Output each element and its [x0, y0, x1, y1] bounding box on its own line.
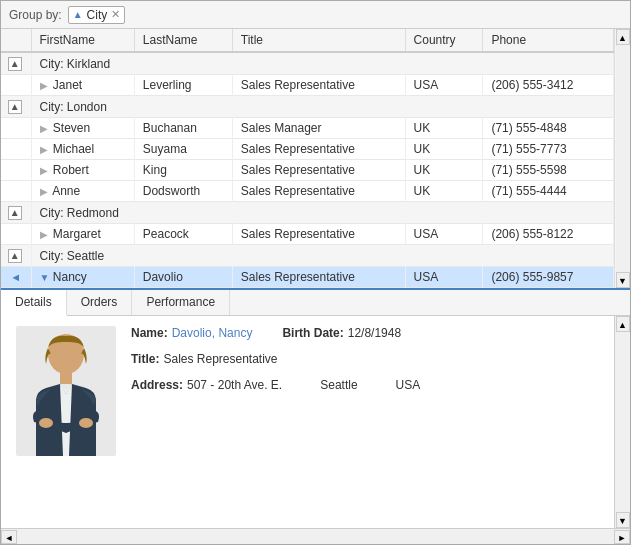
- cell-firstname: ▶ Janet: [31, 75, 134, 96]
- title-field: Title: Sales Representative: [131, 352, 278, 366]
- address-field: Address: 507 - 20th Ave. E.: [131, 378, 282, 392]
- cell-firstname: ▶ Robert: [31, 160, 134, 181]
- cell-firstname: ▶ Margaret: [31, 224, 134, 245]
- cell-lastname: Suyama: [134, 139, 232, 160]
- row-expand-arrow[interactable]: ▶: [40, 186, 50, 197]
- birthdate-field: Birth Date: 12/8/1948: [282, 326, 401, 340]
- cell-title: Sales Representative: [232, 181, 405, 202]
- sort-icon: ▲: [73, 9, 83, 20]
- table-row[interactable]: ▶ Janet Leverling Sales Representative U…: [1, 75, 614, 96]
- title-label: Title:: [131, 352, 159, 366]
- employee-info: Name: Davolio, Nancy Birth Date: 12/8/19…: [131, 326, 604, 456]
- row-expand-arrow[interactable]: ▶: [40, 229, 50, 240]
- cell-country: UK: [405, 181, 483, 202]
- detail-scroll-up[interactable]: ▲: [616, 316, 630, 332]
- detail-tabs: Details Orders Performance: [1, 290, 630, 316]
- table-wrapper: FirstName LastName Title Country Phone ▲…: [1, 29, 630, 288]
- cell-phone: (71) 555-7773: [483, 139, 614, 160]
- cell-title: Sales Representative: [232, 139, 405, 160]
- cell-firstname: ▶ Anne: [31, 181, 134, 202]
- scroll-right-arrow[interactable]: ►: [614, 530, 630, 544]
- table-row[interactable]: ▶ Michael Suyama Sales Representative UK…: [1, 139, 614, 160]
- employee-photo: [11, 326, 121, 456]
- col-title[interactable]: Title: [232, 29, 405, 52]
- name-field: Name: Davolio, Nancy: [131, 326, 252, 340]
- svg-point-4: [79, 418, 93, 428]
- group-collapse-btn[interactable]: ▲: [8, 249, 22, 263]
- address-label: Address:: [131, 378, 183, 392]
- col-lastname[interactable]: LastName: [134, 29, 232, 52]
- country-value: USA: [396, 378, 421, 392]
- table-row[interactable]: ▶ Margaret Peacock Sales Representative …: [1, 224, 614, 245]
- info-row-title: Title: Sales Representative: [131, 352, 604, 366]
- scrollbar-down-arrow[interactable]: ▼: [616, 272, 630, 288]
- group-label: City: Seattle: [31, 245, 614, 267]
- info-row-address: Address: 507 - 20th Ave. E. Seattle USA: [131, 378, 604, 392]
- group-row[interactable]: ▲ City: Redmond: [1, 202, 614, 224]
- birthdate-label: Birth Date:: [282, 326, 343, 340]
- address-value: 507 - 20th Ave. E.: [187, 378, 282, 392]
- tab-performance[interactable]: Performance: [132, 290, 230, 315]
- row-expand-arrow[interactable]: ▶: [40, 123, 50, 134]
- cell-country: UK: [405, 139, 483, 160]
- cell-lastname: Leverling: [134, 75, 232, 96]
- col-phone[interactable]: Phone: [483, 29, 614, 52]
- birthdate-value: 12/8/1948: [348, 326, 401, 340]
- info-row-name: Name: Davolio, Nancy Birth Date: 12/8/19…: [131, 326, 604, 340]
- cell-lastname: King: [134, 160, 232, 181]
- cell-country: USA: [405, 224, 483, 245]
- col-country[interactable]: Country: [405, 29, 483, 52]
- svg-point-3: [39, 418, 53, 428]
- row-expand-arrow[interactable]: ▶: [40, 144, 50, 155]
- title-value: Sales Representative: [163, 352, 277, 366]
- cell-phone: (71) 555-5598: [483, 160, 614, 181]
- cell-phone: (71) 555-4848: [483, 118, 614, 139]
- group-tag-close-button[interactable]: ✕: [111, 9, 120, 20]
- cell-country: USA: [405, 267, 483, 288]
- group-row[interactable]: ▲ City: Kirkland: [1, 52, 614, 75]
- row-selected-indicator: ◄: [10, 271, 21, 283]
- group-collapse-btn[interactable]: ▲: [8, 57, 22, 71]
- cell-lastname: Peacock: [134, 224, 232, 245]
- group-tag-name: City: [87, 8, 108, 22]
- cell-country: UK: [405, 160, 483, 181]
- data-table: FirstName LastName Title Country Phone ▲…: [1, 29, 614, 288]
- cell-firstname: ▼ Nancy: [31, 267, 134, 288]
- cell-phone: (71) 555-4444: [483, 181, 614, 202]
- cell-phone: (206) 555-8122: [483, 224, 614, 245]
- group-row[interactable]: ▲ City: London: [1, 96, 614, 118]
- cell-firstname: ▶ Steven: [31, 118, 134, 139]
- group-collapse-btn[interactable]: ▲: [8, 206, 22, 220]
- cell-lastname: Davolio: [134, 267, 232, 288]
- col-firstname[interactable]: FirstName: [31, 29, 134, 52]
- row-expand-arrow[interactable]: ▼: [40, 272, 50, 283]
- cell-title: Sales Representative: [232, 224, 405, 245]
- svg-rect-2: [60, 372, 72, 384]
- detail-content: Name: Davolio, Nancy Birth Date: 12/8/19…: [1, 316, 614, 466]
- col-expand: [1, 29, 31, 52]
- cell-lastname: Buchanan: [134, 118, 232, 139]
- cell-phone: (206) 555-9857: [483, 267, 614, 288]
- row-expand-arrow[interactable]: ▶: [40, 165, 50, 176]
- table-row[interactable]: ▶ Anne Dodsworth Sales Representative UK…: [1, 181, 614, 202]
- table-row[interactable]: ▶ Steven Buchanan Sales Manager UK (71) …: [1, 118, 614, 139]
- group-tag[interactable]: ▲ City ✕: [68, 6, 126, 24]
- scrollbar-up-arrow[interactable]: ▲: [616, 29, 630, 45]
- group-by-bar: Group by: ▲ City ✕: [1, 1, 630, 29]
- cell-title: Sales Representative: [232, 75, 405, 96]
- group-label: City: Redmond: [31, 202, 614, 224]
- detail-scroll-down[interactable]: ▼: [616, 512, 630, 528]
- scroll-left-arrow[interactable]: ◄: [1, 530, 17, 544]
- group-row[interactable]: ▲ City: Seattle: [1, 245, 614, 267]
- table-row[interactable]: ▶ Robert King Sales Representative UK (7…: [1, 160, 614, 181]
- bottom-scrollbar[interactable]: ◄ ►: [1, 528, 630, 544]
- name-label: Name:: [131, 326, 168, 340]
- tab-orders[interactable]: Orders: [67, 290, 133, 315]
- tab-details[interactable]: Details: [1, 290, 67, 316]
- cell-country: USA: [405, 75, 483, 96]
- table-row[interactable]: ◄ ▼ Nancy Davolio Sales Representative U…: [1, 267, 614, 288]
- row-expand-arrow[interactable]: ▶: [40, 80, 50, 91]
- group-collapse-btn[interactable]: ▲: [8, 100, 22, 114]
- cell-phone: (206) 555-3412: [483, 75, 614, 96]
- cell-firstname: ▶ Michael: [31, 139, 134, 160]
